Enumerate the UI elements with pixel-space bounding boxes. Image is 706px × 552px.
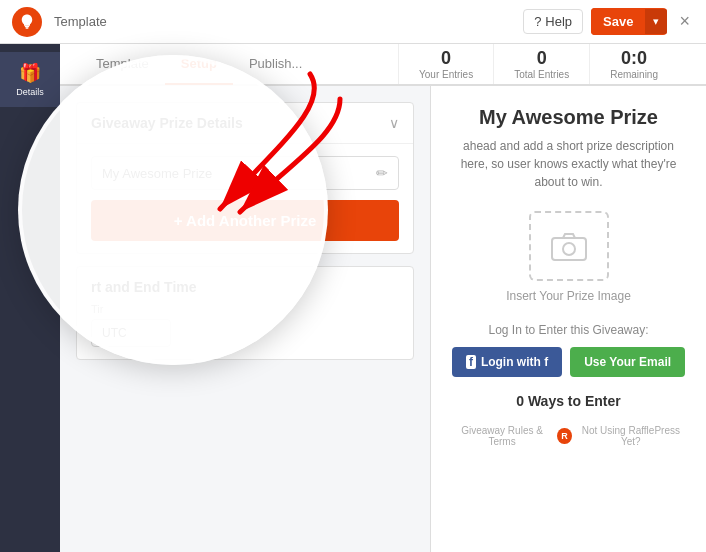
tabs: Template Setup Publish... 0 Your Entries… — [60, 44, 706, 85]
question-icon: ? — [534, 14, 541, 29]
sidebar-item-label: Details — [16, 87, 44, 97]
tab-template[interactable]: Template — [80, 44, 165, 85]
preview-prize-desc: ahead and add a short prize description … — [459, 137, 679, 191]
save-dropdown-arrow[interactable]: ▾ — [645, 9, 667, 34]
remaining-value: 0:0 — [610, 48, 658, 69]
stat-your-entries: 0 Your Entries — [399, 44, 494, 84]
your-entries-value: 0 — [419, 48, 473, 69]
help-button[interactable]: ? Help — [523, 9, 583, 34]
add-prize-button[interactable]: + Add Another Prize — [91, 200, 399, 241]
two-column-layout: Giveaway Prize Details ∨ My Awesome Priz… — [60, 86, 706, 552]
tab-publish[interactable]: Publish... — [233, 44, 318, 85]
right-preview-panel: My Awesome Prize ahead and add a short p… — [430, 86, 706, 552]
total-entries-value: 0 — [514, 48, 569, 69]
sidebar: 🎁 Details — [0, 44, 60, 552]
remaining-label: Remaining — [610, 69, 658, 80]
template-label: Template — [54, 14, 107, 29]
close-button[interactable]: × — [675, 11, 694, 32]
time-section: rt and End Time Tir UTC — [76, 266, 414, 360]
ways-to-enter-label: 0 Ways to Enter — [516, 393, 621, 409]
preview-prize-title: My Awesome Prize — [479, 106, 658, 129]
login-label: Log In to Enter this Giveaway: — [488, 323, 648, 337]
svg-rect-2 — [552, 238, 586, 260]
tab-setup[interactable]: Setup — [165, 44, 233, 85]
chevron-down-icon: ∨ — [389, 115, 399, 131]
stat-remaining: 0:0 Remaining — [590, 44, 678, 84]
total-entries-label: Total Entries — [514, 69, 569, 80]
save-button-group[interactable]: Save ▾ — [591, 8, 667, 35]
your-entries-label: Your Entries — [419, 69, 473, 80]
svg-point-3 — [563, 243, 575, 255]
time-section-title: rt and End Time — [91, 279, 399, 295]
raffle-badge: R — [557, 428, 572, 444]
login-email-button[interactable]: Use Your Email — [570, 347, 685, 377]
content-area: Template Setup Publish... 0 Your Entries… — [60, 44, 706, 552]
edit-icon[interactable]: ✏ — [376, 165, 388, 181]
prize-details-body: My Awesome Prize ✏ + Add Another Prize — [77, 143, 413, 253]
prize-details-title: Giveaway Prize Details — [91, 115, 243, 131]
sidebar-item-details[interactable]: 🎁 Details — [0, 52, 60, 107]
stat-total-entries: 0 Total Entries — [494, 44, 590, 84]
timezone-label: Tir — [91, 303, 399, 315]
top-bar: Template ? Help Save ▾ × — [0, 0, 706, 44]
prize-details-section: Giveaway Prize Details ∨ My Awesome Priz… — [76, 102, 414, 254]
prize-image-label: Insert Your Prize Image — [506, 289, 631, 303]
gift-icon: 🎁 — [19, 62, 41, 84]
main-layout: 🎁 Details Template Setup Publish... 0 Yo… — [0, 44, 706, 552]
camera-icon — [551, 231, 587, 261]
svg-rect-1 — [26, 27, 29, 29]
footer-text: Giveaway Rules & Terms R Not Using Raffl… — [451, 425, 686, 447]
timezone-value: UTC — [91, 319, 171, 347]
prize-name-text: My Awesome Prize — [102, 166, 376, 181]
prize-details-header[interactable]: Giveaway Prize Details ∨ — [77, 103, 413, 143]
logo — [12, 7, 42, 37]
left-panel: Giveaway Prize Details ∨ My Awesome Priz… — [60, 86, 430, 552]
prize-input-row: My Awesome Prize ✏ — [91, 156, 399, 190]
login-buttons: f Login with f Use Your Email — [452, 347, 685, 377]
facebook-icon: f — [466, 355, 476, 369]
prize-image-placeholder[interactable] — [529, 211, 609, 281]
svg-rect-0 — [25, 25, 30, 27]
save-button[interactable]: Save — [591, 8, 645, 35]
login-facebook-button[interactable]: f Login with f — [452, 347, 562, 377]
